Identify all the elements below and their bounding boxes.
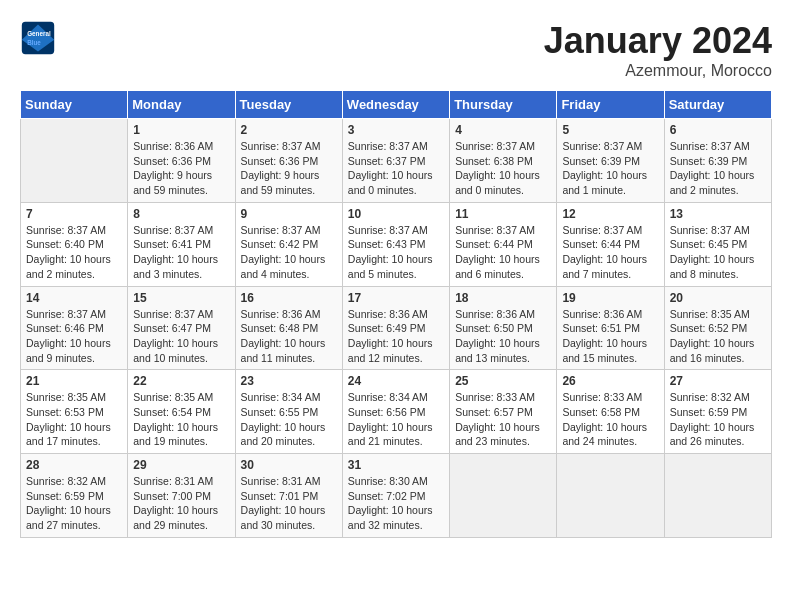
calendar-cell: 23 Sunrise: 8:34 AMSunset: 6:55 PMDaylig…: [235, 370, 342, 454]
weekday-header: Wednesday: [342, 91, 449, 119]
day-number: 26: [562, 374, 658, 388]
day-number: 22: [133, 374, 229, 388]
day-number: 12: [562, 207, 658, 221]
calendar-week-row: 14 Sunrise: 8:37 AMSunset: 6:46 PMDaylig…: [21, 286, 772, 370]
day-info: Sunrise: 8:37 AMSunset: 6:40 PMDaylight:…: [26, 223, 122, 282]
day-info: Sunrise: 8:35 AMSunset: 6:52 PMDaylight:…: [670, 307, 766, 366]
calendar-cell: 25 Sunrise: 8:33 AMSunset: 6:57 PMDaylig…: [450, 370, 557, 454]
calendar-cell: 29 Sunrise: 8:31 AMSunset: 7:00 PMDaylig…: [128, 454, 235, 538]
day-number: 13: [670, 207, 766, 221]
day-number: 15: [133, 291, 229, 305]
day-info: Sunrise: 8:37 AMSunset: 6:46 PMDaylight:…: [26, 307, 122, 366]
weekday-header-row: SundayMondayTuesdayWednesdayThursdayFrid…: [21, 91, 772, 119]
weekday-header: Sunday: [21, 91, 128, 119]
calendar-week-row: 1 Sunrise: 8:36 AMSunset: 6:36 PMDayligh…: [21, 119, 772, 203]
day-number: 24: [348, 374, 444, 388]
calendar-cell: 17 Sunrise: 8:36 AMSunset: 6:49 PMDaylig…: [342, 286, 449, 370]
day-info: Sunrise: 8:36 AMSunset: 6:50 PMDaylight:…: [455, 307, 551, 366]
day-number: 17: [348, 291, 444, 305]
day-info: Sunrise: 8:34 AMSunset: 6:55 PMDaylight:…: [241, 390, 337, 449]
day-info: Sunrise: 8:32 AMSunset: 6:59 PMDaylight:…: [26, 474, 122, 533]
calendar-cell: 28 Sunrise: 8:32 AMSunset: 6:59 PMDaylig…: [21, 454, 128, 538]
page-header: General Blue January 2024 Azemmour, Moro…: [20, 20, 772, 80]
day-number: 20: [670, 291, 766, 305]
day-info: Sunrise: 8:37 AMSunset: 6:36 PMDaylight:…: [241, 139, 337, 198]
calendar-cell: [450, 454, 557, 538]
calendar-cell: 30 Sunrise: 8:31 AMSunset: 7:01 PMDaylig…: [235, 454, 342, 538]
day-number: 30: [241, 458, 337, 472]
calendar-cell: 16 Sunrise: 8:36 AMSunset: 6:48 PMDaylig…: [235, 286, 342, 370]
calendar-cell: 19 Sunrise: 8:36 AMSunset: 6:51 PMDaylig…: [557, 286, 664, 370]
calendar-cell: 8 Sunrise: 8:37 AMSunset: 6:41 PMDayligh…: [128, 202, 235, 286]
day-number: 3: [348, 123, 444, 137]
day-info: Sunrise: 8:37 AMSunset: 6:44 PMDaylight:…: [455, 223, 551, 282]
day-number: 31: [348, 458, 444, 472]
calendar-cell: [664, 454, 771, 538]
calendar-cell: 2 Sunrise: 8:37 AMSunset: 6:36 PMDayligh…: [235, 119, 342, 203]
weekday-header: Saturday: [664, 91, 771, 119]
day-number: 7: [26, 207, 122, 221]
day-info: Sunrise: 8:37 AMSunset: 6:39 PMDaylight:…: [562, 139, 658, 198]
day-number: 14: [26, 291, 122, 305]
calendar-cell: 18 Sunrise: 8:36 AMSunset: 6:50 PMDaylig…: [450, 286, 557, 370]
calendar-cell: 27 Sunrise: 8:32 AMSunset: 6:59 PMDaylig…: [664, 370, 771, 454]
calendar-subtitle: Azemmour, Morocco: [544, 62, 772, 80]
day-info: Sunrise: 8:31 AMSunset: 7:00 PMDaylight:…: [133, 474, 229, 533]
day-number: 4: [455, 123, 551, 137]
calendar-week-row: 21 Sunrise: 8:35 AMSunset: 6:53 PMDaylig…: [21, 370, 772, 454]
day-number: 9: [241, 207, 337, 221]
calendar-cell: 6 Sunrise: 8:37 AMSunset: 6:39 PMDayligh…: [664, 119, 771, 203]
weekday-header: Friday: [557, 91, 664, 119]
day-info: Sunrise: 8:30 AMSunset: 7:02 PMDaylight:…: [348, 474, 444, 533]
logo: General Blue: [20, 20, 56, 56]
calendar-table: SundayMondayTuesdayWednesdayThursdayFrid…: [20, 90, 772, 538]
weekday-header: Tuesday: [235, 91, 342, 119]
calendar-title: January 2024: [544, 20, 772, 62]
calendar-cell: 26 Sunrise: 8:33 AMSunset: 6:58 PMDaylig…: [557, 370, 664, 454]
day-info: Sunrise: 8:32 AMSunset: 6:59 PMDaylight:…: [670, 390, 766, 449]
calendar-cell: 21 Sunrise: 8:35 AMSunset: 6:53 PMDaylig…: [21, 370, 128, 454]
calendar-cell: 3 Sunrise: 8:37 AMSunset: 6:37 PMDayligh…: [342, 119, 449, 203]
calendar-week-row: 28 Sunrise: 8:32 AMSunset: 6:59 PMDaylig…: [21, 454, 772, 538]
svg-text:Blue: Blue: [27, 39, 41, 46]
logo-icon: General Blue: [20, 20, 56, 56]
day-number: 23: [241, 374, 337, 388]
calendar-cell: 13 Sunrise: 8:37 AMSunset: 6:45 PMDaylig…: [664, 202, 771, 286]
day-number: 21: [26, 374, 122, 388]
day-number: 16: [241, 291, 337, 305]
calendar-cell: 5 Sunrise: 8:37 AMSunset: 6:39 PMDayligh…: [557, 119, 664, 203]
day-number: 19: [562, 291, 658, 305]
day-number: 27: [670, 374, 766, 388]
day-info: Sunrise: 8:37 AMSunset: 6:44 PMDaylight:…: [562, 223, 658, 282]
day-info: Sunrise: 8:37 AMSunset: 6:37 PMDaylight:…: [348, 139, 444, 198]
calendar-cell: [21, 119, 128, 203]
day-info: Sunrise: 8:33 AMSunset: 6:58 PMDaylight:…: [562, 390, 658, 449]
day-number: 8: [133, 207, 229, 221]
day-info: Sunrise: 8:36 AMSunset: 6:48 PMDaylight:…: [241, 307, 337, 366]
calendar-cell: 22 Sunrise: 8:35 AMSunset: 6:54 PMDaylig…: [128, 370, 235, 454]
calendar-cell: [557, 454, 664, 538]
weekday-header: Monday: [128, 91, 235, 119]
day-info: Sunrise: 8:37 AMSunset: 6:42 PMDaylight:…: [241, 223, 337, 282]
calendar-cell: 10 Sunrise: 8:37 AMSunset: 6:43 PMDaylig…: [342, 202, 449, 286]
calendar-cell: 24 Sunrise: 8:34 AMSunset: 6:56 PMDaylig…: [342, 370, 449, 454]
day-info: Sunrise: 8:37 AMSunset: 6:43 PMDaylight:…: [348, 223, 444, 282]
calendar-cell: 9 Sunrise: 8:37 AMSunset: 6:42 PMDayligh…: [235, 202, 342, 286]
day-info: Sunrise: 8:35 AMSunset: 6:53 PMDaylight:…: [26, 390, 122, 449]
day-number: 28: [26, 458, 122, 472]
day-info: Sunrise: 8:35 AMSunset: 6:54 PMDaylight:…: [133, 390, 229, 449]
calendar-cell: 15 Sunrise: 8:37 AMSunset: 6:47 PMDaylig…: [128, 286, 235, 370]
day-info: Sunrise: 8:37 AMSunset: 6:38 PMDaylight:…: [455, 139, 551, 198]
day-info: Sunrise: 8:36 AMSunset: 6:49 PMDaylight:…: [348, 307, 444, 366]
day-info: Sunrise: 8:36 AMSunset: 6:36 PMDaylight:…: [133, 139, 229, 198]
calendar-cell: 14 Sunrise: 8:37 AMSunset: 6:46 PMDaylig…: [21, 286, 128, 370]
day-info: Sunrise: 8:37 AMSunset: 6:41 PMDaylight:…: [133, 223, 229, 282]
calendar-cell: 20 Sunrise: 8:35 AMSunset: 6:52 PMDaylig…: [664, 286, 771, 370]
day-info: Sunrise: 8:31 AMSunset: 7:01 PMDaylight:…: [241, 474, 337, 533]
day-info: Sunrise: 8:34 AMSunset: 6:56 PMDaylight:…: [348, 390, 444, 449]
weekday-header: Thursday: [450, 91, 557, 119]
calendar-cell: 1 Sunrise: 8:36 AMSunset: 6:36 PMDayligh…: [128, 119, 235, 203]
calendar-cell: 11 Sunrise: 8:37 AMSunset: 6:44 PMDaylig…: [450, 202, 557, 286]
calendar-week-row: 7 Sunrise: 8:37 AMSunset: 6:40 PMDayligh…: [21, 202, 772, 286]
day-info: Sunrise: 8:33 AMSunset: 6:57 PMDaylight:…: [455, 390, 551, 449]
